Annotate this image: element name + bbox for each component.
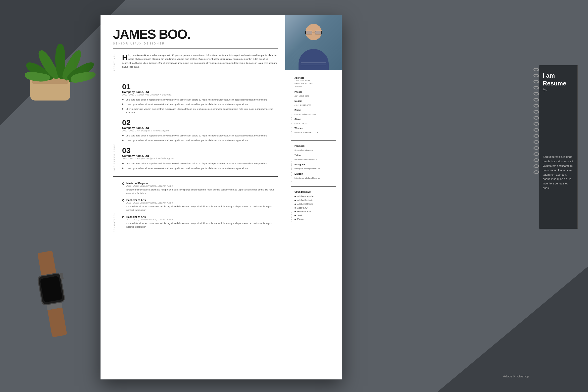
edu-1: Master of Degress 2001 - 2003, Universit…: [122, 182, 278, 195]
edu-1-bullet: [122, 182, 124, 185]
contact-address: Address: 120 Collins StreetMelbourne VIC…: [295, 77, 336, 88]
social-facebook: Facebook fb.com/fbprofilename: [295, 145, 336, 152]
social-twitter: Twitter twitter.com/twprofilename: [295, 154, 336, 161]
skill-indesign-label: Adobe InDesign: [297, 203, 313, 205]
skill-indesign: Adobe InDesign: [295, 203, 336, 205]
skill-dot: [295, 207, 296, 209]
skill-illustrator-label: Adobe Illustrator: [297, 199, 314, 202]
job-3-company: Company Name, Ltd: [122, 154, 278, 157]
contact-phone: Phone: (02) 12345 6789: [295, 91, 336, 98]
job-3-bullets: Duis aute irure dolor in reprehenderit i…: [122, 162, 278, 170]
edu-2: Bachelor of Arts 2001 - 2003, University…: [122, 199, 278, 212]
skill-dot: [295, 219, 296, 220]
social-content: Facebook fb.com/fbprofilename Twitter tw…: [295, 145, 336, 182]
skill-figma: Figma: [295, 218, 336, 220]
contact-email-value: jamesboo@website.com: [295, 113, 316, 115]
skill-photoshop: Adobe Photoshop: [295, 195, 336, 198]
job-2-number: 02: [122, 119, 278, 126]
job-1-number: 01: [122, 83, 278, 90]
resume-header: JAMES BOO. SENIOR UI/UX DESIGNER: [113, 28, 278, 48]
resume-title: SENIOR UI/UX DESIGNER: [113, 42, 278, 45]
edu-2-content: Bachelor of Arts 2001 - 2003, University…: [126, 199, 278, 212]
contact-website-value: https://websiteadress.com: [295, 131, 318, 133]
social-label: SOCIAL MEDIA.: [291, 145, 292, 182]
edu-3-meta: 2001 - 2003, University Name, Location N…: [126, 218, 278, 221]
social-linkedin-value: linkedin.com/linkprofilename: [295, 177, 320, 179]
person-glasses: [305, 31, 322, 34]
skills-label: SKILLS.: [291, 191, 292, 222]
skill-figma-label: Figma: [297, 218, 304, 220]
social-linkedin-label: Linkedin: [295, 173, 336, 175]
experience-label: JOB EXPERIENCE.: [113, 83, 118, 171]
social-section: SOCIAL MEDIA. Facebook fb.com/fbprofilen…: [291, 145, 336, 182]
contact-label: CONTACT INFO.: [291, 77, 292, 136]
job-1-bullet-1: Duis aute irure dolor in reprehenderit i…: [122, 98, 278, 102]
profile-photo: [285, 15, 342, 70]
skill-xd-label: Adobe XD: [297, 207, 308, 209]
job-1-bullets: Duis aute irure dolor in reprehenderit i…: [122, 98, 278, 115]
skill-html-label: HTML5/CSS3: [297, 210, 311, 213]
job-2-bullet-1: Duis aute irure dolor in reprehenderit i…: [122, 134, 278, 137]
resume-left: JAMES BOO. SENIOR UI/UX DESIGNER ABOUT M…: [101, 15, 285, 379]
experience-section: JOB EXPERIENCE. 01 Company Name, Ltd 201…: [113, 83, 278, 171]
divider-1: [113, 78, 278, 78]
skill-dot: [295, 211, 296, 212]
contact-skype-label: Skype:: [295, 118, 336, 120]
job-1-bullet-2: Lorem ipsum dolor sit amet, consectetur …: [122, 103, 278, 106]
social-instagram-label: Instagram: [295, 163, 336, 166]
skill-sketch: Sketch: [295, 214, 336, 217]
job-3-meta: 2009 - 2010 / Graphic Designer / United …: [122, 157, 278, 160]
social-facebook-value: fb.com/fbprofilename: [295, 149, 313, 151]
photoshop-label: Adobe Photoshop: [503, 374, 529, 378]
job-1-bullet-3: Ut enim ad minim veniam quis nostrud exe…: [122, 107, 278, 115]
social-instagram: Instagram instagram.com/igprofilename: [295, 163, 336, 170]
edu-3: Bachelor of Arts 2001 - 2003, University…: [122, 216, 278, 229]
job-3-bullet-2: Lorem ipsum dolor sit amet, consectetur …: [122, 167, 278, 170]
job-1-meta: 2010 - 2020 / Senior Web Designer / Cali…: [122, 93, 278, 96]
contact-phone-label: Phone:: [295, 91, 336, 93]
resume-right: CONTACT INFO. Address: 120 Collins Stree…: [285, 15, 342, 379]
social-twitter-value: twitter.com/twprofilename: [295, 158, 317, 161]
notebook-body-text: Sed ut perspiciatis unde omnis iste natu…: [543, 155, 574, 190]
notebook-subtitle: /cv: [543, 88, 574, 92]
edu-3-degree: Bachelor of Arts: [126, 216, 278, 218]
social-twitter-label: Twitter: [295, 154, 336, 157]
contact-email-label: Email:: [295, 109, 336, 111]
contact-content: Address: 120 Collins StreetMelbourne VIC…: [295, 77, 336, 136]
contact-address-value: 120 Collins StreetMelbourne VIC 3000,Aus…: [295, 79, 336, 88]
skill-dot: [295, 196, 296, 197]
job-3: 03 Company Name, Ltd 2009 - 2010 / Graph…: [122, 147, 278, 170]
skill-html: HTML5/CSS3: [295, 210, 336, 213]
contact-website-label: Website:: [295, 127, 336, 129]
contact-email: Email: jamesboo@website.com: [295, 109, 336, 116]
edu-2-bullet: [122, 199, 124, 202]
header-divider: [113, 48, 278, 48]
job-2-company: Company Name, Ltd: [122, 126, 278, 129]
edu-1-meta: 2001 - 2003, University Name, Location N…: [126, 185, 278, 187]
skill-dot: [295, 204, 296, 205]
education-label: EDUCATION.: [113, 182, 118, 232]
skills-section: SKILLS. UI/UX Designer Adobe Photoshop A…: [291, 191, 336, 222]
about-initial: H: [122, 54, 127, 61]
contact-mobile-label: Mobile:: [295, 100, 336, 102]
job-2-bullet-2: Lorem ipsum dolor sit amet, consectetur …: [122, 139, 278, 142]
job-3-bullet-1: Duis aute irure dolor in reprehenderit i…: [122, 162, 278, 165]
edu-2-text: Lorem dolor sit amet consectetur adipisc…: [126, 205, 278, 212]
resume-name: JAMES BOO.: [113, 28, 278, 41]
skill-dot: [295, 215, 296, 216]
contact-mobile: Mobile: (+61) 1 2345 6789: [295, 100, 336, 107]
edu-2-degree: Bachelor of Arts: [126, 199, 278, 202]
experience-content: 01 Company Name, Ltd 2010 - 2020 / Senio…: [122, 83, 278, 171]
job-2-bullets: Duis aute irure dolor in reprehenderit i…: [122, 134, 278, 142]
notebook-decoration: I am Resume /cv Sed ut perspiciatis unde…: [533, 65, 583, 229]
person-body: [299, 49, 329, 70]
about-section: ABOUT ME. H llo, I am James Boo, a sales…: [113, 54, 278, 71]
contact-section: CONTACT INFO. Address: 120 Collins Stree…: [291, 77, 336, 136]
plant-decoration: [13, 20, 88, 101]
contact-mobile-value: (+61) 1 2345 6789: [295, 104, 311, 106]
edu-2-meta: 2001 - 2003, University Name, Location N…: [126, 202, 278, 204]
edu-3-text: Lorem dolor sit amet consectetur adipisc…: [126, 222, 278, 229]
about-content: H llo, I am James Boo, a sales manager w…: [122, 54, 278, 71]
divider-2: [113, 176, 278, 177]
skill-dot: [295, 200, 296, 201]
